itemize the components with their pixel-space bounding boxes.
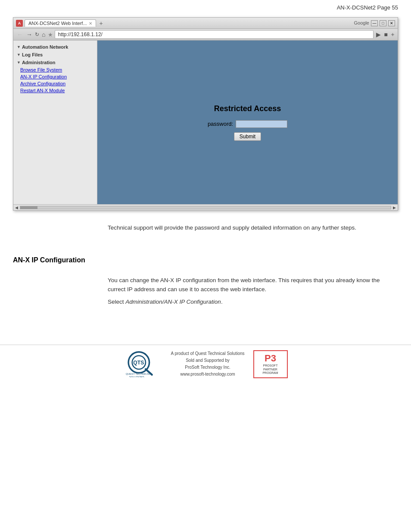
svg-text:QUEST TECHNICAL: QUEST TECHNICAL xyxy=(126,373,150,375)
google-label: Google xyxy=(354,20,369,26)
prosoft-badge-text: PROSOFTPARTNERPROGRAM xyxy=(262,364,278,375)
submit-button[interactable]: Submit xyxy=(234,132,261,141)
scroll-track[interactable] xyxy=(20,206,391,209)
footer-text-block: A product of Quest Technical Solutions S… xyxy=(171,350,244,378)
refresh-button[interactable]: ↻ xyxy=(35,31,39,37)
home-button[interactable]: ⌂ xyxy=(41,31,46,38)
page-header: AN-X-DCSNet2 Page 55 xyxy=(0,0,411,13)
settings-icon[interactable]: ✦ xyxy=(390,31,395,38)
password-label: password: xyxy=(208,121,233,127)
sidebar-automation-network[interactable]: ▼ Automation Network xyxy=(13,43,97,51)
browser-tab[interactable]: ANX-DCSNet2 Web Interf... ✕ xyxy=(25,19,96,27)
sidebar-log-files[interactable]: ▼ Log Files xyxy=(13,51,97,59)
page-header-text: AN-X-DCSNet2 Page 55 xyxy=(337,4,398,11)
section-heading: AN-X IP Configuration xyxy=(0,248,411,268)
prosoft-p-letter: P3 xyxy=(265,353,276,364)
administration-label: Administration xyxy=(22,60,56,65)
log-files-label: Log Files xyxy=(22,52,43,57)
qts-logo-svg: QTS QUEST TECHNICAL SOLUTIONS xyxy=(123,349,162,377)
automation-network-label: Automation Network xyxy=(22,44,68,50)
scroll-thumb[interactable] xyxy=(20,206,37,209)
minimize-button[interactable]: — xyxy=(371,20,378,26)
new-tab-button[interactable]: + xyxy=(98,20,105,27)
sidebar: ▼ Automation Network ▼ Log Files ▼ Admin… xyxy=(13,40,97,204)
arrow-down-icon: ▼ xyxy=(17,45,21,49)
prosoft-logo: P3 PROSOFTPARTNERPROGRAM xyxy=(253,350,288,378)
svg-text:SOLUTIONS: SOLUTIONS xyxy=(129,376,144,377)
doc-para-1: Technical support will provide the passw… xyxy=(13,224,398,232)
tab-label: ANX-DCSNet2 Web Interf... xyxy=(28,21,87,26)
browser-window: A ANX-DCSNet2 Web Interf... ✕ + Google —… xyxy=(13,17,398,211)
back-button[interactable]: ← xyxy=(16,31,24,38)
forward-button[interactable]: → xyxy=(25,31,33,38)
arrow-down-icon-2: ▼ xyxy=(17,53,21,57)
browser-content: ▼ Automation Network ▼ Log Files ▼ Admin… xyxy=(13,40,398,204)
restore-button[interactable]: □ xyxy=(380,20,386,26)
arrow-down-icon-3: ▼ xyxy=(17,60,21,65)
doc-para-3-prefix: Select xyxy=(108,299,125,305)
horizontal-scrollbar[interactable]: ◀ ▶ xyxy=(13,204,398,210)
doc-para-3-suffix: . xyxy=(221,299,223,305)
restricted-access-title: Restricted Access xyxy=(208,104,287,113)
section-heading-text: AN-X IP Configuration xyxy=(13,256,398,264)
sidebar-link-browse-file-system[interactable]: Browse File System xyxy=(13,66,97,73)
doc-para-2: You can change the AN-X IP configuration… xyxy=(13,276,398,294)
browser-favicon: A xyxy=(16,20,23,27)
submit-row: Submit xyxy=(208,132,287,141)
address-bar: ← → ↻ ⌂ ★ ▶ ■ ✦ xyxy=(13,29,398,40)
page-footer: QTS QUEST TECHNICAL SOLUTIONS A product … xyxy=(0,345,411,383)
doc-body-content: You can change the AN-X IP configuration… xyxy=(0,268,411,319)
titlebar-right: Google — □ ✕ xyxy=(354,20,395,26)
doc-para-3: Select Administration/AN-X IP Configurat… xyxy=(13,298,398,307)
footer-line-1: A product of Quest Technical Solutions xyxy=(171,350,244,357)
sidebar-link-restart-anx[interactable]: Restart AN-X Module xyxy=(13,87,97,94)
svg-text:QTS: QTS xyxy=(134,360,144,366)
addressbar-right: ▶ ■ ✦ xyxy=(375,31,395,38)
play-button[interactable]: ▶ xyxy=(375,31,382,38)
close-button[interactable]: ✕ xyxy=(388,20,395,26)
scroll-left-icon[interactable]: ◀ xyxy=(14,205,19,210)
qts-logo: QTS QUEST TECHNICAL SOLUTIONS xyxy=(123,349,162,379)
main-panel: Restricted Access password: Submit xyxy=(97,40,398,204)
password-row: password: xyxy=(208,120,287,128)
sidebar-link-anx-ip-config[interactable]: AN-X IP Configuration xyxy=(13,73,97,80)
bookmark-button[interactable]: ■ xyxy=(383,31,389,38)
sidebar-administration[interactable]: ▼ Administration xyxy=(13,59,97,66)
star-icon[interactable]: ★ xyxy=(48,31,53,38)
footer-line-3: ProSoft Technology Inc. xyxy=(171,364,244,371)
footer-line-2: Sold and Supported by xyxy=(171,357,244,364)
scroll-right-icon[interactable]: ▶ xyxy=(392,205,397,210)
titlebar-left: A ANX-DCSNet2 Web Interf... ✕ + xyxy=(16,19,105,27)
sidebar-link-archive-config[interactable]: Archive Configuration xyxy=(13,80,97,87)
password-input[interactable] xyxy=(236,120,287,128)
tab-close-icon[interactable]: ✕ xyxy=(89,21,92,26)
doc-para-3-italic: Administration/AN-X IP Configuration xyxy=(125,299,221,305)
browser-titlebar: A ANX-DCSNet2 Web Interf... ✕ + Google —… xyxy=(13,18,398,29)
doc-content: Technical support will provide the passw… xyxy=(0,219,411,248)
address-input[interactable] xyxy=(55,30,373,39)
footer-line-4: www.prosoft-technology.com xyxy=(171,371,244,378)
restricted-access-box: Restricted Access password: Submit xyxy=(208,104,287,141)
